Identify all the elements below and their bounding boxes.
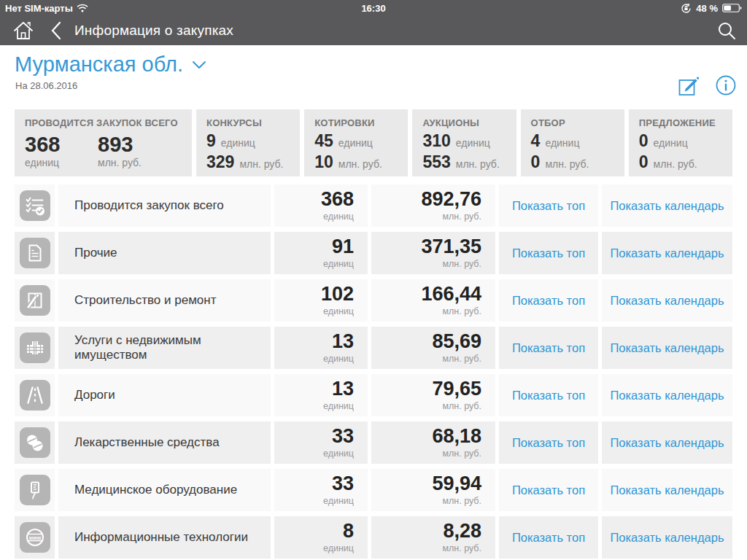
table-row: Строительство и ремонт 102единиц 166,44м… (15, 279, 732, 322)
show-top-link[interactable]: Показать топ (499, 327, 598, 369)
row-money-label: млн. руб. (442, 354, 481, 364)
row-money-value: 85,69 (432, 332, 481, 351)
row-units-label: единиц (323, 401, 354, 411)
summary-card-label: ПРЕДЛОЖЕНИЕ (639, 117, 727, 128)
row-units-value: 33 (332, 427, 354, 446)
compose-button[interactable] (678, 74, 699, 96)
summary-card-label: ОТБОР (531, 117, 619, 128)
home-button[interactable] (10, 18, 36, 44)
home-icon (12, 19, 35, 42)
summary-card-label: КОНКУРСЫ (206, 117, 294, 128)
summary-card-otbor: ОТБОР 4единиц 0млн. руб. (521, 109, 624, 176)
show-top-link[interactable]: Показать топ (499, 469, 598, 511)
show-calendar-link[interactable]: Показать календарь (602, 374, 732, 416)
summary-money-label: млн. руб. (456, 159, 500, 170)
show-calendar-link[interactable]: Показать календарь (602, 421, 732, 464)
row-money-value: 166,44 (421, 284, 481, 304)
row-money-label: млн. руб. (442, 401, 481, 411)
row-units-value: 91 (332, 237, 354, 257)
row-label: Медицинское оборудование (74, 483, 237, 497)
row-units-value: 33 (332, 474, 354, 494)
show-top-link[interactable]: Показать топ (499, 516, 598, 559)
show-calendar-link[interactable]: Показать календарь (602, 232, 732, 274)
summary-money-value: 0 (531, 153, 541, 171)
table-row: Услуги с недвижимым имуществом 13единиц … (15, 327, 732, 369)
summary-units-value: 4 (531, 132, 541, 149)
summary-units-value: 368 (25, 133, 98, 157)
battery-percent: 48 % (696, 3, 718, 14)
row-units-value: 13 (332, 379, 354, 399)
summary-card-aukciony: АУКЦИОНЫ 310единиц 553млн. руб. (412, 109, 516, 176)
show-top-link[interactable]: Показать топ (499, 184, 598, 227)
page-title: Информация о закупках (74, 23, 233, 39)
row-money-value: 68,18 (432, 427, 481, 446)
top-bars: Нет SIM-карты 16:30 48 % (0, 0, 747, 45)
globe-www-icon: www (20, 522, 50, 553)
show-calendar-link[interactable]: Показать календарь (602, 279, 732, 322)
svg-text:www: www (28, 535, 41, 540)
row-label: Прочие (74, 246, 117, 260)
row-money-label: млн. руб. (442, 259, 481, 269)
summary-money-value: 10 (314, 153, 333, 171)
row-units-label: единиц (323, 211, 354, 222)
table-row: www Информационные технологии 8единиц 8,… (15, 516, 732, 559)
row-money-value: 79,65 (432, 379, 481, 399)
region-selector[interactable]: Мурманская обл. (15, 52, 206, 77)
show-calendar-link[interactable]: Показать календарь (602, 469, 732, 511)
row-label: Информационные технологии (74, 530, 248, 545)
table-row: Лекарственные средства 33единиц 68,18млн… (15, 421, 732, 464)
table-row: Проводится закупок всего 368единиц 892,7… (15, 184, 732, 227)
nav-bar: Информация о закупках (0, 16, 747, 45)
show-calendar-link[interactable]: Показать календарь (602, 184, 732, 227)
summary-money-value: 0 (639, 153, 649, 171)
chevron-down-icon (192, 61, 206, 69)
show-calendar-link[interactable]: Показать календарь (602, 516, 732, 559)
category-table: Проводится закупок всего 368единиц 892,7… (15, 184, 732, 560)
row-money-value: 8,28 (443, 521, 481, 541)
summary-money-label: млн. руб. (654, 159, 697, 170)
summary-units-value: 0 (639, 132, 649, 149)
row-units-label: единиц (323, 496, 354, 506)
summary-card-label: ПРОВОДИТСЯ ЗАКУПОК ВСЕГО (25, 117, 186, 128)
show-top-link[interactable]: Показать топ (499, 232, 598, 274)
row-label: Дороги (74, 388, 115, 402)
row-units-label: единиц (323, 448, 354, 459)
document-icon (20, 238, 50, 268)
summary-card-predlozhenie: ПРЕДЛОЖЕНИЕ 0единиц 0млн. руб. (629, 109, 732, 176)
summary-units-value: 310 (422, 132, 450, 149)
summary-units-value: 45 (314, 132, 333, 149)
blueprint-icon (20, 285, 50, 316)
show-calendar-link[interactable]: Показать календарь (602, 327, 732, 369)
row-label: Строительство и ремонт (74, 293, 216, 308)
row-money-label: млн. руб. (442, 306, 481, 316)
summary-money-value: 553 (422, 153, 450, 171)
show-top-link[interactable]: Показать топ (499, 374, 598, 416)
row-money-label: млн. руб. (442, 496, 481, 506)
as-of-date: На 28.06.2016 (15, 80, 77, 91)
road-icon (20, 380, 50, 411)
show-top-link[interactable]: Показать топ (499, 421, 598, 464)
search-button[interactable] (715, 19, 738, 42)
summary-card-label: АУКЦИОНЫ (422, 117, 510, 128)
row-money-value: 59,94 (432, 474, 481, 494)
row-units-value: 368 (321, 190, 354, 209)
row-money-value: 892,76 (421, 190, 481, 209)
summary-units-label: единиц (338, 138, 373, 149)
status-bar: Нет SIM-карты 16:30 48 % (0, 0, 747, 16)
summary-card-kotirovki: КОТИРОВКИ 45единиц 10млн. руб. (304, 109, 408, 176)
building-icon (20, 332, 50, 363)
row-label: Проводится закупок всего (74, 198, 224, 213)
row-units-label: единиц (323, 306, 354, 316)
rotation-lock-icon (681, 3, 692, 14)
summary-card-konkursy: КОНКУРСЫ 9единиц 329млн. руб. (196, 109, 300, 176)
summary-units-label: единиц (456, 138, 490, 149)
show-top-link[interactable]: Показать топ (499, 279, 598, 322)
clock: 16:30 (0, 3, 747, 14)
summary-units-label: единиц (25, 157, 98, 168)
row-units-label: единиц (323, 354, 354, 364)
summary-money-value: 893 (98, 133, 171, 157)
back-button[interactable] (47, 20, 66, 42)
info-button[interactable] (715, 74, 737, 96)
table-row: Медицинское оборудование 33единиц 59,94м… (15, 469, 732, 511)
table-row: Прочие 91единиц 371,35млн. руб. Показать… (15, 232, 732, 274)
